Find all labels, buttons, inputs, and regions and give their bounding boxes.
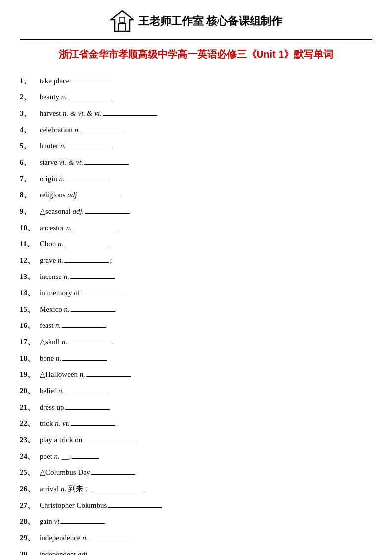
item-content: origin n.: [40, 172, 372, 185]
list-item: 27、Christopher Columbus: [20, 499, 372, 512]
list-item: 20、belief n.: [20, 384, 372, 398]
list-item: 16、feast n.: [20, 319, 372, 332]
item-number: 19、: [20, 368, 40, 381]
item-number: 8、: [20, 188, 40, 202]
item-content: independence n.: [40, 531, 372, 545]
item-number: 3、: [20, 107, 40, 120]
page-header: 王老师工作室 核心备课组制作 浙江省金华市孝顺高级中学高一英语必修三《Unit …: [20, 10, 372, 69]
item-content: starve vi. & vt.: [40, 156, 372, 169]
item-content: arrival n. 到来；: [40, 482, 372, 496]
item-content: incense n.: [40, 270, 372, 283]
item-content: play a trick on: [40, 433, 372, 447]
item-number: 27、: [20, 499, 40, 512]
list-item: 1、take place: [20, 74, 372, 88]
item-content: Obon n.: [40, 237, 372, 251]
item-number: 16、: [20, 319, 40, 332]
list-item: 25、△Columbus Day: [20, 466, 372, 479]
item-number: 21、: [20, 401, 40, 414]
item-number: 12、: [20, 254, 40, 267]
item-number: 18、: [20, 352, 40, 365]
item-number: 24、: [20, 450, 40, 463]
word-list: 1、take place2、beauty n.3、harvest n. & vt…: [20, 74, 372, 555]
svg-marker-0: [111, 11, 133, 31]
item-number: 22、: [20, 417, 40, 430]
svg-rect-2: [120, 17, 125, 22]
item-content: hunter n.: [40, 139, 372, 153]
list-item: 9、△seasonal adj.: [20, 205, 372, 218]
list-item: 29、independence n.: [20, 531, 372, 545]
list-item: 23、play a trick on: [20, 433, 372, 447]
item-number: 5、: [20, 139, 40, 153]
item-content: in memory of: [40, 286, 372, 300]
item-content: harvest n. & vt. & vi.: [40, 107, 372, 120]
list-item: 14、in memory of: [20, 286, 372, 300]
list-item: 5、hunter n.: [20, 139, 372, 153]
list-item: 8、religious adj: [20, 188, 372, 202]
item-number: 17、: [20, 335, 40, 349]
logo-text: 王老师工作室 核心备课组制作: [138, 14, 283, 29]
item-number: 7、: [20, 172, 40, 185]
item-number: 4、: [20, 123, 40, 137]
header-divider: [20, 39, 372, 40]
item-content: △skull n.: [40, 335, 372, 349]
item-number: 2、: [20, 91, 40, 104]
list-item: 6、starve vi. & vt.: [20, 156, 372, 169]
list-item: 21、dress up: [20, 401, 372, 414]
item-content: gain vt: [40, 515, 372, 528]
item-content: independent adj.: [40, 548, 372, 555]
item-content: △Columbus Day: [40, 466, 372, 479]
item-content: dress up: [40, 401, 372, 414]
item-number: 25、: [20, 466, 40, 479]
item-content: beauty n.: [40, 91, 372, 104]
list-item: 3、harvest n. & vt. & vi.: [20, 107, 372, 120]
item-content: religious adj: [40, 188, 372, 202]
list-item: 22、trick n. vt.: [20, 417, 372, 430]
item-number: 9、: [20, 205, 40, 218]
item-content: belief n.: [40, 384, 372, 398]
item-content: feast n.: [40, 319, 372, 332]
item-content: Christopher Columbus: [40, 499, 372, 512]
item-number: 20、: [20, 384, 40, 398]
house-icon: [110, 10, 134, 32]
item-content: bone n.: [40, 352, 372, 365]
list-item: 28、gain vt: [20, 515, 372, 528]
item-number: 23、: [20, 433, 40, 447]
list-item: 2、beauty n.: [20, 91, 372, 104]
list-item: 26、arrival n. 到来；: [20, 482, 372, 496]
item-number: 26、: [20, 482, 40, 496]
list-item: 4、celebration n.: [20, 123, 372, 137]
list-item: 18、bone n.: [20, 352, 372, 365]
item-content: △Halloween n.: [40, 368, 372, 381]
list-item: 7、origin n.: [20, 172, 372, 185]
item-content: trick n. vt.: [40, 417, 372, 430]
item-content: Mexico n.: [40, 303, 372, 316]
list-item: 13、incense n.: [20, 270, 372, 283]
item-number: 11、: [20, 237, 40, 251]
item-content: △seasonal adj.: [40, 205, 372, 218]
logo-area: 王老师工作室 核心备课组制作: [110, 10, 283, 32]
list-item: 17、△skull n.: [20, 335, 372, 349]
list-item: 24、poet n. __.: [20, 450, 372, 463]
list-item: 19、△Halloween n.: [20, 368, 372, 381]
item-number: 13、: [20, 270, 40, 283]
list-item: 10、ancestor n.: [20, 221, 372, 234]
item-number: 14、: [20, 286, 40, 300]
list-item: 15、Mexico n.: [20, 303, 372, 316]
page-title: 浙江省金华市孝顺高级中学高一英语必修三《Unit 1》默写单词: [59, 48, 334, 61]
item-number: 15、: [20, 303, 40, 316]
item-content: take place: [40, 74, 372, 88]
item-number: 10、: [20, 221, 40, 234]
list-item: 30、independent adj.: [20, 548, 372, 555]
list-item: 11、Obon n.: [20, 237, 372, 251]
item-number: 29、: [20, 531, 40, 545]
svg-rect-1: [119, 24, 126, 31]
item-number: 28、: [20, 515, 40, 528]
list-item: 12、grave n.;: [20, 254, 372, 267]
item-number: 30、: [20, 548, 40, 555]
item-number: 1、: [20, 74, 40, 88]
item-content: ancestor n.: [40, 221, 372, 234]
item-content: poet n. __.: [40, 450, 372, 463]
item-content: grave n.;: [40, 254, 372, 267]
item-content: celebration n.: [40, 123, 372, 137]
item-number: 6、: [20, 156, 40, 169]
